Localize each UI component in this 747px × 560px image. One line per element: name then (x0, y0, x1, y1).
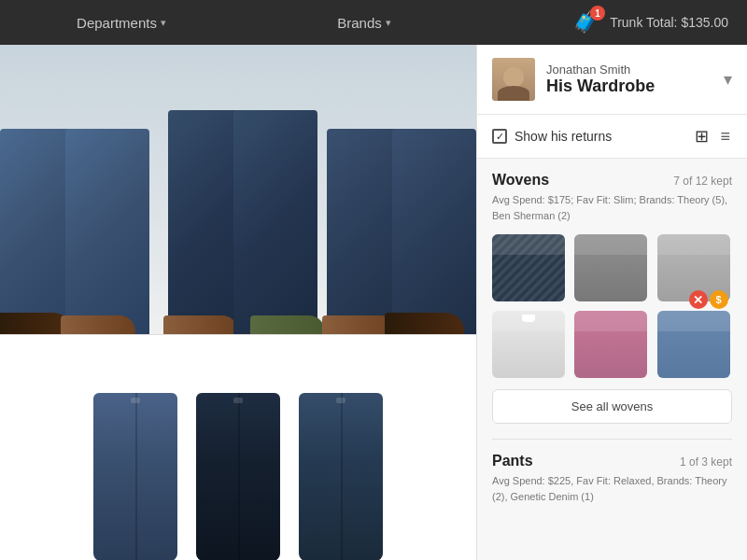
pants-header: Pants 1 of 3 kept (492, 453, 732, 469)
wovens-grid-row2 (492, 311, 732, 378)
returns-checkbox[interactable]: ✓ (492, 129, 507, 144)
grid-view-icon[interactable]: ⊞ (693, 124, 711, 148)
shirt-blue-img (657, 311, 730, 378)
shoe-olive-icon (250, 315, 325, 334)
departments-nav[interactable]: Departments ▾ (77, 15, 166, 31)
shirt-plaid-img (492, 234, 565, 301)
shoes-photo (0, 45, 476, 334)
see-all-wovens-button[interactable]: See all wovens (492, 389, 732, 424)
shoe-brogue2-icon (385, 313, 464, 334)
jean-leg-4 (233, 110, 317, 334)
jeans-img-medium (299, 393, 383, 560)
brands-label: Brands (337, 15, 382, 31)
jean-leg-6 (392, 129, 476, 334)
profile-chevron-icon[interactable]: ▾ (724, 69, 732, 90)
returns-row: ✓ Show his returns ⊞ ≡ (477, 115, 747, 159)
main-content: Jonathan Smith His Wardrobe ▾ ✓ Show his… (0, 45, 747, 560)
pants-count: 1 of 3 kept (680, 455, 732, 469)
shirt-white-img (492, 311, 565, 378)
pants-title: Pants (492, 453, 533, 469)
shirt-item-plaid[interactable] (492, 234, 565, 301)
wovens-meta: Avg Spend: $175; Fav Fit: Slim; Brands: … (492, 192, 732, 223)
shoes-scene (0, 45, 476, 334)
wovens-title: Wovens (492, 172, 549, 189)
view-icons: ⊞ ≡ (693, 124, 732, 148)
shoe-mid-left-icon (163, 315, 238, 334)
profile-header: Jonathan Smith His Wardrobe ▾ (477, 45, 747, 115)
returns-label: Show his returns (514, 129, 612, 144)
profile-wardrobe: His Wardrobe (546, 77, 712, 96)
list-view-icon[interactable]: ≡ (718, 125, 732, 148)
pants-section: Pants 1 of 3 kept Avg Spend: $225, Fav F… (477, 440, 747, 515)
departments-label: Departments (77, 15, 157, 31)
wovens-header: Wovens 7 of 12 kept (492, 172, 732, 189)
returns-checkbox-wrap: ✓ Show his returns (492, 129, 693, 144)
price-badge[interactable]: $ (710, 290, 728, 309)
remove-badge[interactable]: ✕ (689, 290, 708, 309)
avatar-face (492, 58, 535, 101)
jeans-item-2 (196, 393, 280, 560)
trunk-icon-wrapper[interactable]: 🧳 1 (572, 10, 600, 35)
jeans-img-dark (196, 393, 280, 560)
shirt-item-lightgray[interactable]: ✕ $ (657, 234, 730, 301)
shirt-pink-img (574, 311, 647, 378)
trunk-total: Trunk Total: $135.00 (610, 15, 728, 30)
jeans-item-3 (299, 393, 383, 560)
shirt-item-white[interactable] (492, 311, 565, 378)
profile-name: Jonathan Smith (546, 63, 712, 77)
wovens-count: 7 of 12 kept (673, 175, 732, 188)
right-panel: Jonathan Smith His Wardrobe ▾ ✓ Show his… (476, 45, 747, 560)
shirt-gray-img (574, 234, 647, 301)
departments-chevron-icon: ▾ (161, 17, 166, 29)
shoe-suede-icon (61, 315, 135, 334)
jean-leg-2 (65, 129, 149, 334)
app-header: Departments ▾ Brands ▾ 🧳 1 Trunk Total: … (0, 0, 747, 45)
left-panel (0, 45, 476, 560)
brands-chevron-icon: ▾ (386, 17, 391, 29)
avatar (492, 58, 535, 101)
wovens-section: Wovens 7 of 12 kept Avg Spend: $175; Fav… (477, 159, 747, 439)
shirt-item-gray[interactable] (574, 234, 647, 301)
profile-text: Jonathan Smith His Wardrobe (546, 63, 712, 96)
jeans-img-light (93, 393, 177, 560)
brands-nav[interactable]: Brands ▾ (337, 15, 391, 31)
trunk-badge: 1 (590, 6, 605, 21)
shirt-item-pink[interactable] (574, 311, 647, 378)
jeans-group (9, 45, 467, 334)
jeans-section (0, 335, 476, 560)
wovens-grid-row1: ✕ $ (492, 234, 732, 301)
pants-meta: Avg Spend: $225, Fav Fit: Relaxed, Brand… (492, 473, 732, 504)
shirt-item-blue[interactable] (657, 311, 730, 378)
jeans-item-1 (93, 393, 177, 560)
